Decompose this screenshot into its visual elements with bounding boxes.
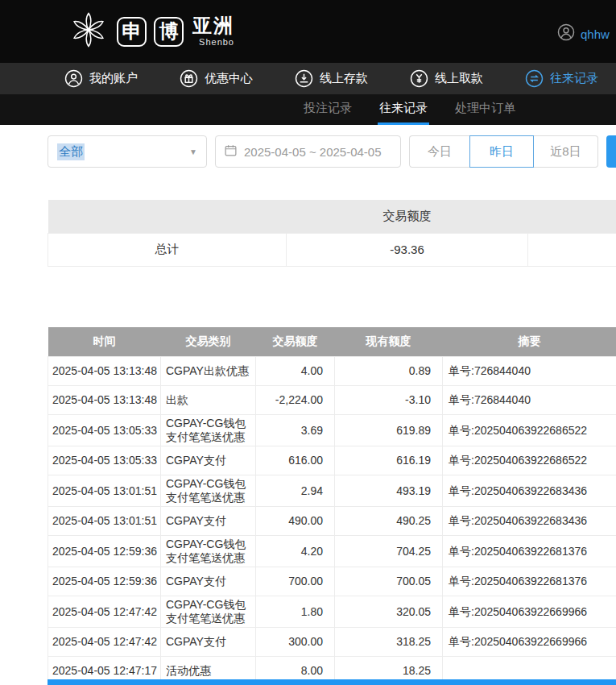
logo-char-shen: 申 [117, 17, 147, 47]
cell-time: 2025-04-05 13:05:33 [48, 415, 161, 446]
last-8-days-button[interactable]: 近8日 [534, 135, 598, 168]
user-area[interactable]: qhhw [557, 23, 610, 44]
summary-total-value: -93.36 [287, 233, 528, 266]
cell-balance: 619.89 [335, 415, 443, 446]
cell-balance: 0.89 [335, 357, 443, 386]
cell-time: 2025-04-05 13:13:48 [48, 357, 161, 386]
cell-summary: 单号:726844040 [443, 357, 616, 386]
cell-balance: 490.25 [335, 507, 443, 536]
cell-type: CGPAY-CG钱包支付笔笔送优惠 [161, 596, 256, 628]
cell-type: CGPAY支付 [161, 446, 256, 475]
withdraw-circle-icon [410, 69, 428, 88]
tab-betting-records[interactable]: 投注记录 [302, 94, 353, 125]
cell-summary: 单号:202504063922683436 [443, 507, 616, 536]
nav-item-records[interactable]: 往来记录 [525, 69, 598, 88]
column-header-time: 时间 [48, 327, 161, 357]
nav-item-label: 优惠中心 [205, 71, 253, 86]
logo-subtitle: Shenbo [199, 38, 234, 47]
filter-bar: 全部 ▼ 2025-04-05 ~ 2025-04-05 今日 昨日 近8日 [48, 135, 616, 168]
logo-region-block: 亚洲 Shenbo [192, 16, 234, 47]
logo-region-text: 亚洲 [192, 16, 234, 35]
tab-transaction-records[interactable]: 往来记录 [378, 94, 429, 125]
cell-amount: -2,224.00 [256, 386, 335, 415]
table-row: 2025-04-05 13:13:48 出款 -2,224.00 -3.10 单… [48, 386, 616, 415]
user-circle-icon [64, 69, 83, 88]
column-header-balance: 现有额度 [335, 327, 443, 357]
nav-item-withdraw[interactable]: 线上取款 [410, 69, 483, 88]
cell-summary: 单号:726844040 [443, 386, 616, 415]
summary-empty-cell [528, 233, 616, 266]
gift-circle-icon [180, 69, 198, 88]
flower-logo-icon [68, 9, 110, 54]
cell-summary: 单号:202504063922681376 [443, 567, 616, 596]
transaction-type-dropdown[interactable]: 全部 ▼ [48, 135, 207, 168]
nav-item-promotions[interactable]: 优惠中心 [180, 69, 253, 88]
cell-time: 2025-04-05 13:01:51 [48, 507, 161, 536]
cell-amount: 4.20 [256, 536, 335, 567]
cell-summary: 单号:202504063922669966 [443, 596, 616, 628]
cell-summary: 单号:202504063922686522 [443, 446, 616, 475]
table-row: 2025-04-05 13:13:48 CGPAY出款优惠 4.00 0.89 … [48, 357, 616, 386]
tab-processing-orders[interactable]: 处理中订单 [453, 94, 517, 125]
summary-total-label: 总计 [48, 233, 287, 266]
cell-summary: 单号:202504063922681376 [443, 536, 616, 567]
summary-table: 交易额度 总计 -93.36 [48, 200, 616, 267]
nav-item-label: 我的账户 [89, 71, 138, 86]
cell-type: CGPAY-CG钱包支付笔笔送优惠 [161, 415, 256, 446]
cell-time: 2025-04-05 12:59:36 [48, 536, 161, 567]
cell-amount: 3.69 [256, 415, 335, 446]
cell-type: CGPAY-CG钱包支付笔笔送优惠 [161, 536, 256, 567]
cell-type: CGPAY支付 [161, 507, 256, 536]
date-range-input[interactable]: 2025-04-05 ~ 2025-04-05 [215, 135, 401, 168]
cell-balance: 320.05 [335, 596, 443, 628]
column-header-amount: 交易额度 [256, 327, 335, 357]
cell-type: 出款 [161, 386, 256, 415]
records-tbody: 2025-04-05 13:13:48 CGPAY出款优惠 4.00 0.89 … [48, 357, 616, 685]
cell-balance: 318.25 [335, 628, 443, 657]
cell-summary: 单号:202504063922669966 [443, 628, 616, 657]
table-row: 2025-04-05 12:59:36 CGPAY支付 700.00 700.0… [48, 567, 616, 596]
table-row: 2025-04-05 12:47:42 CGPAY支付 300.00 318.2… [48, 628, 616, 657]
cell-time: 2025-04-05 12:47:42 [48, 596, 161, 628]
records-circle-icon [525, 69, 544, 88]
cell-amount: 490.00 [256, 507, 335, 536]
main-nav: 我的账户 优惠中心 线上存款 [0, 63, 616, 94]
column-header-summary: 摘要 [443, 327, 616, 357]
date-range-value: 2025-04-05 ~ 2025-04-05 [244, 145, 382, 159]
search-button[interactable] [606, 135, 616, 168]
cell-summary: 单号:202504063922686522 [443, 415, 616, 446]
username-text[interactable]: qhhw [581, 27, 610, 41]
cell-balance: 493.19 [335, 475, 443, 507]
page: 申 博 亚洲 Shenbo qhhw [0, 0, 616, 685]
calendar-icon [224, 143, 238, 160]
table-row: 2025-04-05 12:47:42 CGPAY-CG钱包支付笔笔送优惠 1.… [48, 596, 616, 628]
cell-summary: 单号:202504063922683436 [443, 475, 616, 507]
nav-item-deposit[interactable]: 线上存款 [295, 69, 368, 88]
chevron-down-icon: ▼ [189, 147, 197, 156]
nav-item-label: 往来记录 [550, 71, 598, 86]
cell-balance: -3.10 [335, 386, 443, 415]
cell-amount: 700.00 [256, 567, 335, 596]
today-button[interactable]: 今日 [409, 135, 469, 168]
column-header-type: 交易类别 [161, 327, 256, 357]
cell-type: CGPAY支付 [161, 628, 256, 657]
table-row: 2025-04-05 13:01:51 CGPAY支付 490.00 490.2… [48, 507, 616, 536]
nav-item-my-account[interactable]: 我的账户 [64, 69, 138, 88]
summary-amount-header: 交易额度 [287, 200, 528, 233]
cell-amount: 4.00 [256, 357, 335, 386]
summary-header-spacer [48, 200, 287, 233]
yesterday-button[interactable]: 昨日 [469, 135, 534, 168]
deposit-circle-icon [295, 69, 313, 88]
cell-amount: 616.00 [256, 446, 335, 475]
cell-time: 2025-04-05 12:59:36 [48, 567, 161, 596]
table-row: 2025-04-05 12:59:36 CGPAY-CG钱包支付笔笔送优惠 4.… [48, 536, 616, 567]
cell-balance: 616.19 [335, 446, 443, 475]
user-avatar-icon [557, 23, 575, 44]
summary-header-spacer [528, 200, 616, 233]
nav-item-label: 线上存款 [320, 71, 368, 86]
cell-balance: 700.05 [335, 567, 443, 596]
sub-nav: 投注记录 往来记录 处理中订单 [0, 94, 616, 125]
cell-time: 2025-04-05 13:05:33 [48, 446, 161, 475]
cell-amount: 2.94 [256, 475, 335, 507]
nav-item-label: 线上取款 [435, 71, 483, 86]
